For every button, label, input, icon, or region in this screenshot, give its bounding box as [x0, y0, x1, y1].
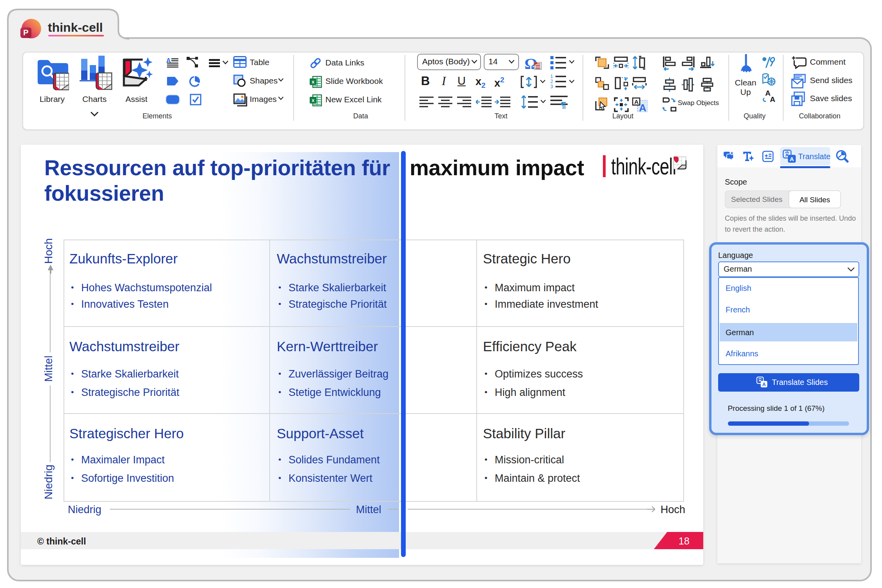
svg-text:A: A: [790, 156, 794, 162]
svg-text:A: A: [770, 95, 775, 103]
svg-text:A: A: [639, 102, 646, 112]
svg-text:3: 3: [550, 84, 553, 89]
svg-text:A: A: [762, 382, 766, 387]
svg-text:x: x: [312, 79, 315, 85]
svg-text:¶: ¶: [561, 100, 566, 109]
svg-text:A: A: [634, 98, 639, 105]
svg-text:2: 2: [550, 79, 553, 84]
svg-text:x: x: [312, 97, 315, 103]
